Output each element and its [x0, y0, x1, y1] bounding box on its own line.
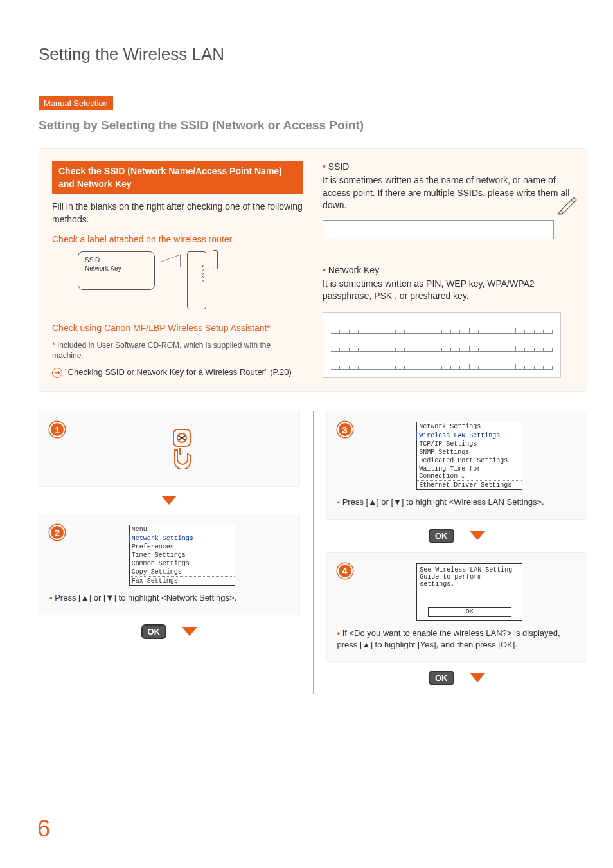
menu-screen: Network Settings Wireless LAN Settings T…: [416, 422, 522, 490]
assistant-text: Check using Canon MF/LBP Wireless Setup …: [52, 322, 303, 335]
check-label-text: Check a label attached on the wireless r…: [52, 233, 303, 246]
step-instruction: Press [▲] or [▼] to highlight <Network S…: [49, 592, 289, 604]
ok-button-icon: OK: [429, 529, 454, 543]
ssid-body: It is sometimes written as the name of n…: [323, 174, 574, 212]
page-title: Setting the Wireless LAN: [39, 44, 587, 64]
info-heading: Check the SSID (Network Name/Access Poin…: [52, 161, 303, 194]
step-1: 1: [39, 411, 300, 487]
step-number: 1: [49, 422, 65, 437]
step-number: 4: [337, 563, 353, 579]
down-arrow-icon: [182, 627, 197, 636]
arrow-icon: ➜: [52, 368, 62, 378]
info-panel: Check the SSID (Network Name/Access Poin…: [39, 148, 587, 392]
step-3: 3 Network Settings Wireless LAN Settings…: [326, 411, 588, 519]
section-tag: Manual Selection: [39, 96, 113, 110]
router-label-ssid: SSID: [85, 256, 148, 264]
step-instruction: If <Do you want to enable the wireless L…: [337, 628, 577, 651]
press-button-icon: [164, 428, 199, 469]
network-key-input[interactable]: [323, 312, 561, 378]
down-arrow-icon: [470, 531, 485, 540]
down-arrow-icon: [470, 673, 485, 682]
section-subtitle: Setting by Selecting the SSID (Network o…: [39, 118, 587, 132]
router-diagram: SSID Network Key: [78, 251, 303, 309]
router-label-key: Network Key: [85, 264, 148, 273]
step-4: 4 See Wireless LAN Setting Guide to perf…: [326, 552, 588, 662]
router-icon: [187, 251, 206, 309]
info-body: Fill in the blanks on the right after ch…: [52, 201, 303, 226]
screen-ok-button: OK: [428, 607, 511, 617]
page-number: 6: [37, 815, 50, 842]
menu-screen: Menu Network Settings Preferences Timer …: [129, 525, 235, 586]
step-2: 2 Menu Network Settings Preferences Time…: [39, 514, 300, 615]
cross-reference: ➜"Checking SSID or Network Key for a Wir…: [52, 366, 303, 378]
network-key-body: It is sometimes written as PIN, WEP key,…: [323, 278, 574, 303]
pencil-icon: [556, 194, 578, 215]
step-number: 3: [337, 422, 353, 437]
down-arrow-icon: [161, 496, 177, 505]
ok-button-icon: OK: [141, 624, 167, 639]
step-instruction: Press [▲] or [▼] to highlight <Wireless …: [337, 496, 577, 508]
ssid-heading: SSID: [323, 161, 574, 172]
network-key-heading: Network Key: [323, 265, 574, 275]
step-number: 2: [49, 525, 65, 540]
ssid-input-field[interactable]: [323, 220, 554, 239]
footnote: * Included in User Software CD-ROM, whic…: [52, 340, 303, 362]
confirm-screen: See Wireless LAN Setting Guide to perfor…: [416, 563, 522, 621]
ok-button-icon: OK: [429, 671, 454, 685]
antenna-icon: [213, 250, 218, 269]
